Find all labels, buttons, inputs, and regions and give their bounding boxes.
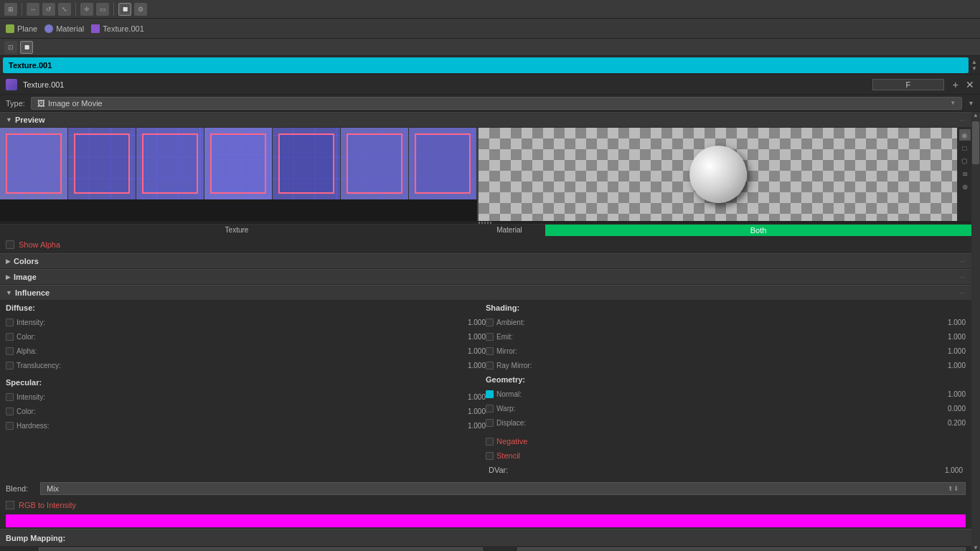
props-add-button[interactable]: + — [953, 79, 958, 90]
geometry-displace-checkbox[interactable] — [486, 419, 494, 427]
diffuse-alpha-value: 1.000 — [464, 347, 486, 355]
stencil-checkbox[interactable] — [486, 452, 494, 460]
preview-thumb-1[interactable] — [0, 128, 68, 199]
color-bar[interactable] — [6, 514, 966, 527]
diffuse-translucency-checkbox[interactable] — [6, 362, 14, 369]
type-dropdown[interactable]: 🖼 Image or Movie ▼ — [31, 97, 962, 110]
preview-thumb-4[interactable] — [204, 128, 273, 199]
preview-label-material[interactable]: Material — [473, 225, 545, 236]
preview-thumb-5[interactable] — [273, 128, 341, 199]
geometry-normal-checkbox[interactable] — [486, 390, 494, 398]
left-panel: ▼ Preview ··· — [0, 112, 971, 551]
influence-section-header[interactable]: ▼ Influence ··· — [0, 285, 971, 301]
rgb-intensity-checkbox[interactable] — [6, 501, 14, 509]
texture-icon — [91, 24, 100, 33]
diffuse-color-checkbox[interactable] — [6, 333, 14, 341]
props-f-field[interactable]: F — [872, 79, 944, 90]
texture-previews — [0, 128, 479, 221]
space-dropdown[interactable]: ObjectSpace ▼ — [517, 547, 966, 551]
specular-intensity-checkbox[interactable] — [6, 393, 14, 401]
scrollbar-down-icon[interactable]: ▼ — [973, 545, 979, 551]
preview-icon-extra1[interactable]: ≋ — [959, 168, 971, 179]
shading-raymirror-checkbox[interactable] — [486, 362, 494, 369]
blend-label: Blend: — [6, 484, 34, 493]
scrollbar-thumb[interactable] — [972, 121, 979, 164]
toolbar-icon-texture-highlight[interactable]: 🔲 — [118, 3, 131, 16]
divider-dots — [479, 222, 493, 224]
diffuse-translucency-row: Translucency: 1.000 — [6, 358, 486, 372]
toolbar-icon-cursor[interactable]: ✛ — [80, 3, 93, 16]
shading-mirror-value: 1.000 — [944, 347, 966, 355]
preview-section-dots: ··· — [960, 116, 966, 124]
preview-btn-both[interactable]: Both — [545, 225, 971, 236]
colors-section-header[interactable]: ▶ Colors ··· — [0, 253, 971, 269]
preview-label-texture[interactable]: Texture — [0, 225, 473, 236]
sub-toolbar-layers-icon[interactable]: ⊡ — [4, 41, 17, 54]
preview-icon-extra2[interactable]: ⊕ — [959, 181, 971, 192]
breadcrumb-texture[interactable]: Texture.001 — [91, 24, 143, 33]
diffuse-translucency-value: 1.000 — [464, 362, 486, 369]
specular-color-label: Color: — [17, 408, 461, 415]
diffuse-color-value: 1.000 — [464, 333, 486, 341]
texture-name-bar: Texture.001 ▲ ▼ — [0, 56, 980, 75]
toolbar-separator-2 — [75, 3, 76, 16]
breadcrumb-material[interactable]: Material — [44, 24, 84, 33]
geometry-warp-checkbox[interactable] — [486, 405, 494, 413]
geometry-displace-label: Displace: — [496, 419, 941, 427]
toolbar-icon-move[interactable]: ↔ — [27, 3, 39, 16]
breadcrumb-plane[interactable]: Plane — [6, 24, 37, 33]
image-section-header[interactable]: ▶ Image ··· — [0, 269, 971, 285]
specular-color-checkbox[interactable] — [6, 408, 14, 415]
blend-dropdown[interactable]: Mix ⬆⬇ — [40, 482, 966, 495]
scrollbar-up-icon[interactable]: ▲ — [973, 112, 979, 118]
toolbar-icon-grid[interactable]: ⊞ — [4, 3, 17, 16]
diffuse-intensity-checkbox[interactable] — [6, 319, 14, 326]
bump-mapping-header[interactable]: Bump Mapping: — [0, 529, 971, 546]
preview-icon-3d[interactable]: ⬡ — [959, 155, 971, 166]
sub-toolbar: ⊡ 🔲 — [0, 39, 980, 56]
specular-color-value: 1.000 — [464, 408, 486, 415]
shading-emit-checkbox[interactable] — [486, 333, 494, 341]
scroll-down-arrow[interactable]: ▼ — [971, 65, 977, 72]
props-close-button[interactable]: ✕ — [966, 79, 974, 90]
preview-thumb-7[interactable] — [409, 128, 477, 199]
sub-toolbar-texture-icon[interactable]: 🔲 — [20, 41, 33, 54]
specular-intensity-value: 1.000 — [464, 393, 486, 401]
influence-spacer — [6, 372, 486, 378]
preview-thumb-3[interactable] — [136, 128, 204, 199]
influence-section-dots: ··· — [960, 289, 966, 297]
props-texture-icon — [6, 79, 17, 90]
preview-section-header[interactable]: ▼ Preview ··· — [0, 112, 971, 128]
preview-thumb-2[interactable] — [68, 128, 136, 199]
toolbar-icon-extras[interactable]: ⚙ — [134, 3, 147, 16]
type-row-expand[interactable]: ▼ — [968, 100, 974, 107]
rgb-intensity-label: RGB to Intensity — [19, 501, 76, 509]
toolbar-icon-rotate[interactable]: ↺ — [42, 3, 55, 16]
diffuse-alpha-row: Alpha: 1.000 — [6, 344, 486, 358]
diffuse-color-label: Color: — [17, 333, 461, 341]
negative-checkbox[interactable] — [486, 438, 494, 446]
geometry-label: Geometry: — [486, 375, 966, 384]
preview-icon-sphere[interactable]: ◉ — [959, 129, 971, 141]
shading-mirror-label: Mirror: — [496, 347, 941, 355]
preview-thumb-6[interactable] — [341, 128, 409, 199]
diffuse-alpha-checkbox[interactable] — [6, 347, 14, 355]
toolbar-icon-scale[interactable]: ⤡ — [58, 3, 71, 16]
preview-labels: Texture Material Both — [0, 224, 971, 236]
texture-name-active[interactable]: Texture.001 — [3, 57, 969, 73]
method-dropdown[interactable]: Low Quality ▼ — [39, 547, 483, 551]
toolbar-separator — [22, 3, 22, 16]
shading-ambient-checkbox[interactable] — [486, 319, 494, 326]
specular-hardness-row: Hardness: 1.000 — [6, 418, 486, 433]
influence-content: Diffuse: Intensity: 1.000 Color: 1.000 A… — [0, 301, 971, 480]
shading-mirror-checkbox[interactable] — [486, 347, 494, 355]
main-scrollbar[interactable]: ▲ ▼ — [971, 112, 980, 551]
dvar-value: 1.000 — [945, 466, 963, 474]
scroll-up-arrow[interactable]: ▲ — [971, 59, 977, 65]
geometry-normal-value: 1.000 — [944, 390, 966, 398]
toolbar-icon-border[interactable]: ▭ — [96, 3, 109, 16]
type-dropdown-arrow: ▼ — [950, 100, 956, 106]
preview-icon-plane[interactable]: □ — [959, 142, 971, 154]
specular-hardness-checkbox[interactable] — [6, 422, 14, 430]
show-alpha-checkbox[interactable] — [6, 240, 14, 249]
